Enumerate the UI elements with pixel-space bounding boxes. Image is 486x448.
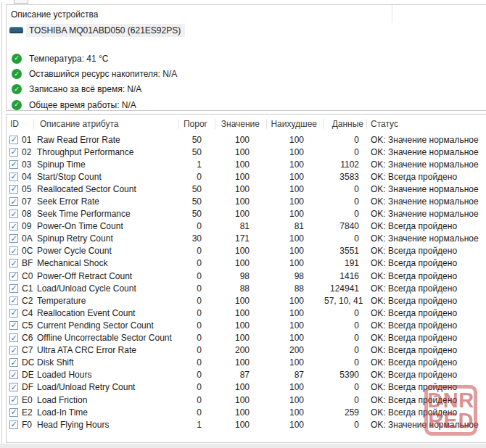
- attribute-worst: 100: [267, 246, 324, 256]
- row-checkbox[interactable]: ✓: [9, 234, 18, 243]
- smart-table-row[interactable]: ✓ 03 Spinup Time 1 100 100 1102 OK: Знач…: [7, 158, 486, 170]
- smart-table-row[interactable]: ✓ C0 Power-Off Retract Count 0 98 98 141…: [7, 270, 486, 282]
- smart-table-row[interactable]: ✓ C1 Load/Unload Cycle Count 0 88 88 124…: [7, 282, 486, 294]
- device-name: TOSHIBA MQ01ABD050 (621ES92PS): [29, 25, 181, 36]
- smart-table-row[interactable]: ✓ DC Disk Shift 0 100 100 0 OK: Всегда п…: [7, 357, 486, 369]
- attribute-worst: 81: [267, 221, 324, 231]
- smart-table-header: ID Описание атрибута Порог Значение Наих…: [7, 115, 486, 133]
- smart-table-row[interactable]: ✓ C5 Current Pending Sector Count 0 100 …: [7, 319, 486, 331]
- smart-table-row[interactable]: ✓ C2 Temperature 0 100 100 57, 10, 41 OK…: [7, 294, 486, 307]
- smart-table-row[interactable]: ✓ 0C Power Cycle Count 0 100 100 3551 OK…: [7, 245, 486, 257]
- smart-table-row[interactable]: ✓ 07 Seek Error Rate 50 100 100 0 OK: Зн…: [7, 195, 486, 207]
- row-checkbox[interactable]: ✓: [9, 358, 18, 367]
- smart-table-row[interactable]: ✓ 04 Start/Stop Count 0 100 100 3583 OK:…: [7, 170, 486, 183]
- attribute-name: Start/Stop Count: [34, 172, 179, 182]
- attribute-value: 200: [215, 345, 267, 355]
- attribute-data: 259: [324, 407, 367, 418]
- attribute-status: OK: Всегда пройдено: [367, 320, 486, 331]
- smart-table-row[interactable]: ✓ F0 Head Flying Hours 1 100 100 0 OK: З…: [7, 418, 486, 431]
- attribute-id: DE: [22, 370, 34, 380]
- attribute-data: 0: [324, 135, 367, 145]
- row-checkbox[interactable]: ✓: [9, 136, 18, 144]
- attribute-threshold: 0: [179, 258, 215, 268]
- attribute-threshold: 0: [179, 357, 215, 368]
- attribute-name: Disk Shift: [34, 357, 179, 368]
- row-checkbox[interactable]: ✓: [9, 173, 18, 181]
- row-checkbox[interactable]: ✓: [9, 383, 18, 391]
- attribute-id: E2: [22, 407, 33, 418]
- attribute-value: 100: [215, 209, 267, 219]
- row-checkbox[interactable]: ✓: [9, 272, 18, 281]
- attribute-threshold: 0: [179, 395, 215, 405]
- attribute-threshold: 0: [179, 283, 215, 294]
- smart-table-row[interactable]: ✓ DF Load/Unload Retry Count 0 100 100 0…: [7, 381, 486, 394]
- smart-table-row[interactable]: ✓ 0A Spinup Retry Count 30 171 100 0 OK:…: [7, 233, 486, 245]
- smart-table-row[interactable]: ✓ 01 Raw Read Error Rate 50 100 100 0 OK…: [7, 133, 486, 146]
- attribute-name: Load/Unload Cycle Count: [34, 283, 179, 294]
- attribute-status: OK: Всегда пройдено: [367, 345, 486, 355]
- attribute-value: 100: [215, 420, 267, 430]
- row-checkbox[interactable]: ✓: [9, 396, 18, 405]
- smart-table-row[interactable]: ✓ DE Loaded Hours 0 87 87 5390 OK: Всегд…: [7, 369, 486, 381]
- attribute-id: E0: [22, 395, 33, 405]
- smart-table-row[interactable]: ✓ 02 Throughput Performance 50 100 100 0…: [7, 146, 486, 158]
- row-checkbox[interactable]: ✓: [9, 333, 18, 342]
- attribute-id: DF: [22, 382, 33, 392]
- device-panel-title: Описание устройства: [11, 9, 98, 20]
- column-header-value[interactable]: Значение: [215, 115, 267, 133]
- row-checkbox[interactable]: ✓: [9, 284, 18, 293]
- column-header-data[interactable]: Данные: [324, 115, 367, 133]
- row-checkbox[interactable]: ✓: [9, 259, 18, 267]
- attribute-name: Raw Read Error Rate: [34, 135, 179, 145]
- attribute-data: 1416: [324, 271, 367, 281]
- attribute-name: Current Pending Sector Count: [34, 320, 179, 331]
- attribute-data: 0: [324, 184, 367, 194]
- attribute-worst: 100: [267, 209, 324, 219]
- attribute-value: 100: [215, 147, 267, 157]
- row-checkbox[interactable]: ✓: [9, 296, 18, 305]
- column-header-id[interactable]: ID: [7, 115, 34, 133]
- row-checkbox[interactable]: ✓: [9, 309, 18, 318]
- row-checkbox[interactable]: ✓: [9, 370, 18, 379]
- row-checkbox[interactable]: ✓: [9, 160, 18, 169]
- row-checkbox[interactable]: ✓: [9, 185, 18, 194]
- attribute-status: OK: Всегда пройдено: [367, 221, 486, 231]
- row-checkbox[interactable]: ✓: [9, 321, 18, 330]
- health-ok-icon: ✓: [12, 100, 22, 110]
- row-checkbox[interactable]: ✓: [9, 210, 18, 218]
- row-checkbox[interactable]: ✓: [9, 420, 18, 429]
- attribute-value: 98: [215, 271, 267, 281]
- attribute-name: Reallocated Sector Count: [34, 184, 179, 194]
- smart-table-row[interactable]: ✓ C4 Reallocation Event Count 0 100 100 …: [7, 307, 486, 319]
- smart-table-row[interactable]: ✓ 05 Reallocated Sector Count 50 100 100…: [7, 183, 486, 195]
- smart-table-row[interactable]: ✓ E2 Load-In Time 0 100 100 259 OK: Всег…: [7, 406, 486, 418]
- attribute-id: C4: [22, 308, 33, 318]
- attribute-value: 81: [215, 221, 267, 231]
- attribute-status: OK: Всегда пройдено: [367, 357, 486, 368]
- row-checkbox[interactable]: ✓: [9, 197, 18, 206]
- row-checkbox[interactable]: ✓: [9, 222, 18, 231]
- smart-table-row[interactable]: ✓ 09 Power-On Time Count 0 81 81 7840 OK…: [7, 220, 486, 233]
- row-checkbox[interactable]: ✓: [9, 408, 18, 417]
- smart-table-row[interactable]: ✓ BF Mechanical Shock 0 100 100 191 OK: …: [7, 257, 486, 270]
- attribute-status: OK: Всегда пройдено: [367, 407, 486, 418]
- column-header-status[interactable]: Статус: [367, 115, 486, 133]
- attribute-status: OK: Значение нормальное: [367, 209, 486, 219]
- cropped-toolbar-control: [14, 0, 28, 4]
- attribute-status: OK: Значение нормальное: [367, 196, 486, 207]
- column-header-attribute[interactable]: Описание атрибута: [34, 115, 179, 133]
- column-header-worst[interactable]: Наихудшее: [267, 115, 324, 133]
- row-checkbox[interactable]: ✓: [9, 346, 18, 354]
- smart-table-row[interactable]: ✓ C7 Ultra ATA CRC Error Rate 0 200 200 …: [7, 344, 486, 357]
- smart-table-row[interactable]: ✓ C6 Offline Uncorrectable Sector Count …: [7, 332, 486, 344]
- column-header-threshold[interactable]: Порог: [179, 115, 215, 133]
- device-list-item[interactable]: TOSHIBA MQ01ABD050 (621ES92PS): [8, 23, 472, 37]
- row-checkbox[interactable]: ✓: [9, 148, 18, 157]
- attribute-data: 0: [324, 233, 367, 244]
- attribute-worst: 100: [267, 184, 324, 194]
- smart-table-row[interactable]: ✓ E0 Load Friction 0 100 100 0 OK: Всегд…: [7, 394, 486, 406]
- attribute-data: 0: [324, 357, 367, 368]
- health-item: ✓ Общее время работы: N/A: [7, 97, 486, 112]
- row-checkbox[interactable]: ✓: [9, 246, 18, 255]
- smart-table-row[interactable]: ✓ 08 Seek Time Performance 50 100 100 0 …: [7, 208, 486, 220]
